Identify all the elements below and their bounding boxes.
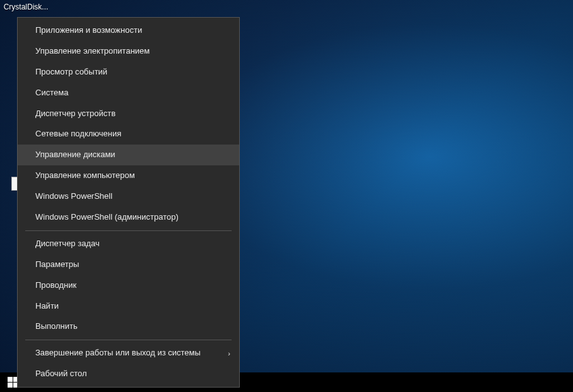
menu-item-computer-management[interactable]: Управление компьютером <box>18 165 239 186</box>
menu-item-label: Найти <box>35 301 59 312</box>
menu-item-label: Диспетчер устройств <box>35 109 115 119</box>
menu-item-task-manager[interactable]: Диспетчер задач <box>18 234 239 254</box>
desktop-icon-label: CrystalDisk... <box>4 3 49 11</box>
menu-item-label: Приложения и возможности <box>35 25 142 36</box>
menu-item-powershell[interactable]: Windows PowerShell <box>18 186 239 207</box>
menu-item-label: Просмотр событий <box>35 67 107 78</box>
menu-item-powershell-admin[interactable]: Windows PowerShell (администратор) <box>18 207 239 228</box>
desktop-icon-crystaldisk[interactable]: CrystalDisk... <box>1 3 50 11</box>
menu-item-search[interactable]: Найти <box>18 296 239 317</box>
menu-item-label: Система <box>35 88 68 98</box>
menu-item-label: Диспетчер задач <box>35 239 100 249</box>
winx-context-menu: Приложения и возможностиУправление элект… <box>17 17 240 388</box>
menu-item-settings[interactable]: Параметры <box>18 254 239 275</box>
menu-item-network-connections[interactable]: Сетевые подключения <box>18 124 239 145</box>
menu-item-label: Управление компьютером <box>35 170 135 181</box>
menu-item-explorer[interactable]: Проводник <box>18 275 239 296</box>
menu-separator <box>25 340 232 340</box>
menu-item-label: Рабочий стол <box>35 369 87 379</box>
menu-item-label: Параметры <box>35 259 79 270</box>
menu-item-label: Windows PowerShell (администратор) <box>35 212 179 223</box>
menu-item-disk-management[interactable]: Управление дисками <box>18 145 239 165</box>
menu-item-label: Управление дисками <box>35 150 115 160</box>
menu-item-event-viewer[interactable]: Просмотр событий <box>18 62 239 83</box>
menu-item-label: Завершение работы или выход из системы <box>35 348 201 359</box>
menu-item-apps-features[interactable]: Приложения и возможности <box>18 20 239 41</box>
menu-separator <box>25 230 232 231</box>
menu-item-label: Сетевые подключения <box>35 129 121 140</box>
menu-item-power-mgmt[interactable]: Управление электропитанием <box>18 41 239 62</box>
menu-item-shutdown-signout[interactable]: Завершение работы или выход из системы› <box>18 343 239 364</box>
menu-item-system[interactable]: Система <box>18 83 239 104</box>
menu-item-desktop[interactable]: Рабочий стол <box>18 364 239 384</box>
windows-logo-icon <box>8 377 18 388</box>
menu-item-device-manager[interactable]: Диспетчер устройств <box>18 104 239 124</box>
menu-item-label: Windows PowerShell <box>35 191 112 202</box>
menu-item-label: Управление электропитанием <box>35 46 150 57</box>
menu-item-label: Выполнить <box>35 321 78 332</box>
chevron-right-icon: › <box>228 349 230 358</box>
menu-item-run[interactable]: Выполнить <box>18 316 239 337</box>
menu-item-label: Проводник <box>35 280 76 291</box>
